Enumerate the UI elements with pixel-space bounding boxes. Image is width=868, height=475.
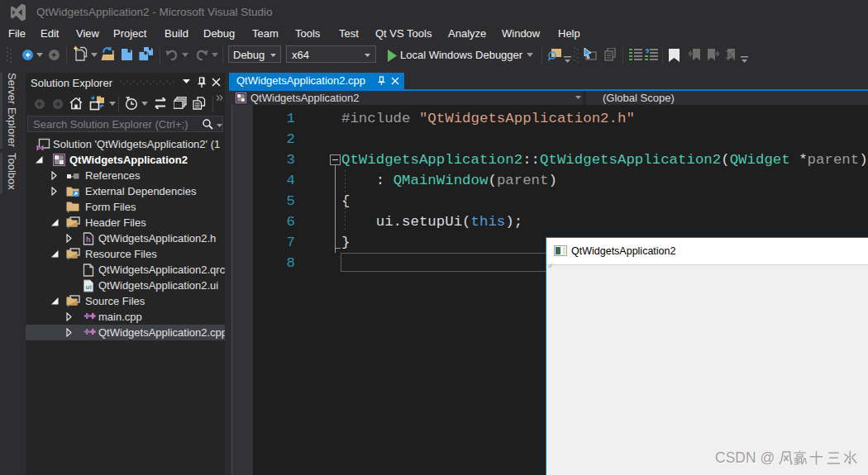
svg-text:ui: ui: [86, 283, 92, 291]
svg-text:h: h: [86, 235, 91, 244]
